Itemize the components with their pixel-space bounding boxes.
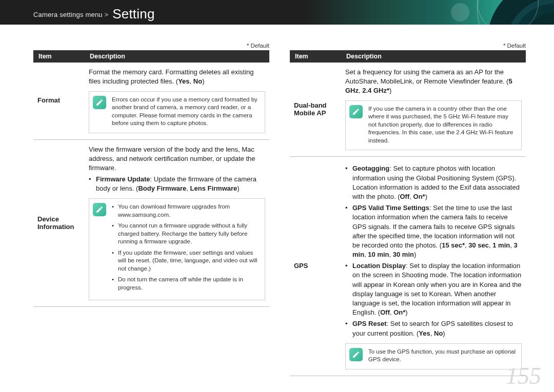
table-row: GPSGeotagging: Set to capture photos wit…: [290, 157, 526, 376]
info-box: You can download firmware upgrades from …: [89, 198, 265, 300]
info-box: To use the GPS function, you must purcha…: [345, 343, 522, 369]
col-header-description: Description: [85, 50, 269, 63]
item-label: Format: [33, 63, 85, 139]
page-title: Setting: [112, 6, 154, 22]
table-row: Device InformationView the firmware vers…: [33, 139, 269, 306]
bullet-item: Location Display: Set to display the loc…: [345, 261, 522, 317]
desc-bullets: Geotagging: Set to capture photos with l…: [345, 164, 522, 338]
table-row: FormatFormat the memory card. Formatting…: [33, 63, 269, 139]
info-body: To use the GPS function, you must purcha…: [366, 344, 521, 369]
info-item: You cannot run a firmware upgrade withou…: [112, 222, 260, 246]
info-box: Errors can occur if you use a memory car…: [89, 91, 265, 133]
note-icon: [89, 199, 110, 300]
item-label: Device Information: [33, 139, 85, 306]
ring-decoration: [477, 0, 539, 25]
breadcrumb: Camera settings menu > Setting: [33, 5, 155, 20]
left-tbody: FormatFormat the memory card. Formatting…: [33, 63, 269, 307]
right-tbody: Dual-band Mobile APSet a frequency for u…: [290, 63, 526, 376]
bullet-item: Firmware Update: Update the firmware of …: [89, 175, 265, 193]
right-column: * Default Item Description Dual-band Mob…: [290, 43, 526, 376]
info-body: You can download firmware upgrades from …: [110, 199, 265, 300]
note-icon: [346, 344, 366, 369]
info-item: Do not turn the camera off while the upd…: [112, 276, 260, 292]
page-content: * Default Item Description FormatFormat …: [0, 25, 554, 376]
bullet-item: GPS Valid Time Settings: Set the time to…: [345, 203, 522, 259]
settings-table-left: Item Description FormatFormat the memory…: [33, 50, 269, 307]
desc-text: Set a frequency for using the camera as …: [345, 68, 522, 95]
bullet-item: Geotagging: Set to capture photos with l…: [345, 164, 522, 201]
info-list: You can download firmware upgrades from …: [112, 203, 260, 292]
default-note: * Default: [33, 43, 269, 49]
item-description: View the firmware version of the body an…: [85, 139, 269, 306]
info-item: If you update the firmware, user setting…: [112, 249, 260, 273]
col-header-item: Item: [33, 50, 85, 63]
info-text: To use the GPS function, you must purcha…: [368, 348, 516, 363]
settings-table-right: Item Description Dual-band Mobile APSet …: [290, 50, 526, 376]
desc-text: Format the memory card. Formatting delet…: [89, 68, 265, 86]
info-body: If you use the camera in a country other…: [366, 101, 521, 150]
info-item: You can download firmware upgrades from …: [112, 203, 260, 219]
info-text: Errors can occur if you use a memory car…: [112, 96, 258, 127]
table-row: Dual-band Mobile APSet a frequency for u…: [290, 63, 526, 157]
ring-decoration: [451, 3, 469, 22]
default-note: * Default: [290, 43, 526, 49]
item-label: Dual-band Mobile AP: [290, 63, 341, 157]
desc-bullets: Firmware Update: Update the firmware of …: [89, 175, 265, 193]
left-column: * Default Item Description FormatFormat …: [33, 43, 269, 376]
note-icon: [346, 101, 366, 150]
col-header-item: Item: [290, 50, 341, 63]
item-label: GPS: [290, 157, 341, 376]
breadcrumb-sep: >: [105, 11, 109, 18]
item-description: Geotagging: Set to capture photos with l…: [341, 157, 526, 376]
note-icon: [89, 92, 110, 133]
item-description: Set a frequency for using the camera as …: [341, 63, 526, 157]
info-text: If you use the camera in a country other…: [368, 106, 513, 143]
info-body: Errors can occur if you use a memory car…: [110, 92, 265, 133]
col-header-description: Description: [341, 50, 526, 63]
page-header: Camera settings menu > Setting: [0, 0, 554, 25]
page-number: 155: [506, 362, 541, 389]
bullet-item: GPS Reset: Set to search for GPS satelli…: [345, 319, 522, 338]
breadcrumb-text: Camera settings menu: [33, 11, 103, 18]
desc-text: View the firmware version of the body an…: [89, 145, 265, 173]
item-description: Format the memory card. Formatting delet…: [85, 63, 269, 139]
info-box: If you use the camera in a country other…: [345, 100, 522, 151]
